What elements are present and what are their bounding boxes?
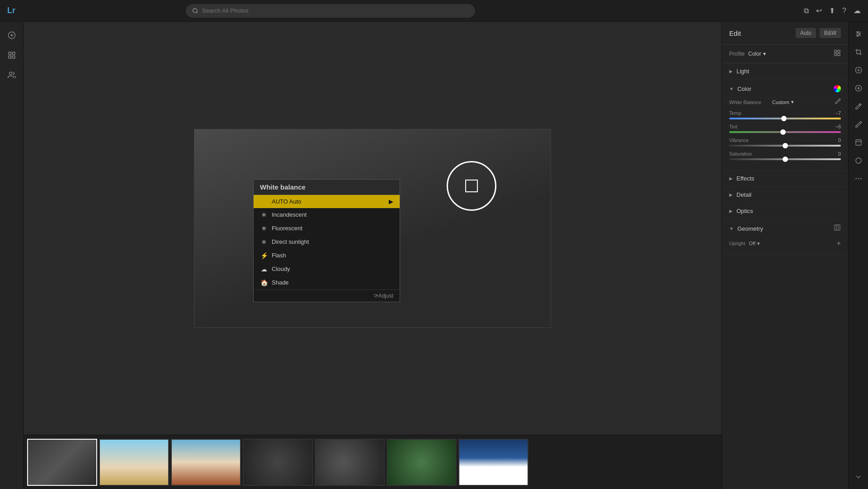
filter-icon[interactable]: ⧉ xyxy=(804,7,809,15)
main-photo: White balance AUTO Auto ▶ ✳ Incandescent… xyxy=(194,129,551,328)
tint-value: −6 xyxy=(835,124,841,129)
brush-tool-icon[interactable] xyxy=(852,100,865,113)
svg-point-0 xyxy=(193,8,197,12)
svg-point-22 xyxy=(857,35,858,37)
light-chevron-icon: ▶ xyxy=(729,69,733,74)
saturation-slider-handle[interactable] xyxy=(783,157,788,162)
thumb-image-2 xyxy=(100,440,168,485)
detail-section-header[interactable]: ▶ Detail xyxy=(722,187,848,203)
auto-button[interactable]: Auto xyxy=(796,28,816,38)
edit-title: Edit xyxy=(729,29,741,37)
svg-rect-6 xyxy=(12,52,14,54)
adjust-tool-icon[interactable] xyxy=(852,27,865,41)
tint-slider-track[interactable] xyxy=(729,131,841,133)
white-balance-row: White Balance Custom ▾ xyxy=(729,98,841,106)
wb-adjust[interactable]: ⟳Adjust xyxy=(254,290,400,302)
heal-tool-icon[interactable] xyxy=(852,63,865,77)
vibrance-value: 0 xyxy=(838,138,841,143)
add-button[interactable] xyxy=(4,27,20,43)
bottom-icon[interactable] xyxy=(852,470,865,484)
wb-item-auto[interactable]: AUTO Auto ▶ xyxy=(254,195,400,208)
filmstrip-thumb-5[interactable] xyxy=(315,439,385,486)
wb-item-fluorescent[interactable]: ✳ Fluorescent xyxy=(254,222,400,235)
effects-section-header[interactable]: ▶ Effects xyxy=(722,171,848,187)
temp-slider-track[interactable] xyxy=(729,118,841,119)
svg-point-9 xyxy=(9,72,12,75)
saturation-label-row: Saturation 0 xyxy=(729,151,841,157)
saturation-slider-track[interactable] xyxy=(729,158,841,160)
profile-grid-icon[interactable] xyxy=(834,49,841,58)
wb-auto-arrow: ▶ xyxy=(389,198,393,205)
search-input[interactable] xyxy=(202,7,469,14)
light-section-header[interactable]: ▶ Light xyxy=(722,63,848,80)
search-bar[interactable] xyxy=(186,4,475,18)
optics-section-header[interactable]: ▶ Optics xyxy=(722,203,848,219)
optics-section-title: Optics xyxy=(736,208,753,214)
wb-item-shade[interactable]: 🏠 Shade xyxy=(254,276,400,290)
temp-label: Temp xyxy=(729,110,741,116)
geometry-section-header[interactable]: ▼ Geometry xyxy=(729,224,841,233)
help-icon[interactable]: ? xyxy=(842,7,846,15)
right-tools xyxy=(848,22,868,489)
svg-rect-5 xyxy=(9,52,11,54)
profile-label: Profile xyxy=(729,51,745,57)
color-section-header[interactable]: ▼ Color xyxy=(722,80,848,98)
filmstrip-thumb-7[interactable] xyxy=(458,439,528,486)
photo-area: White balance AUTO Auto ▶ ✳ Incandescent… xyxy=(24,22,722,435)
panel-icon[interactable] xyxy=(852,136,865,149)
crop-tool-icon[interactable] xyxy=(852,45,865,59)
filmstrip-thumb-3[interactable] xyxy=(171,439,241,486)
upright-row: Upright Off ▾ + xyxy=(729,237,841,250)
wb-item-incandescent[interactable]: ✳ Incandescent xyxy=(254,208,400,222)
upright-dropdown[interactable]: Off ▾ xyxy=(749,241,760,247)
wb-item-cloudy[interactable]: ☁ Cloudy xyxy=(254,262,400,276)
thumb-image-3 xyxy=(172,440,240,485)
saturation-slider-row: Saturation 0 xyxy=(729,151,841,160)
edit-header: Edit Auto B&W xyxy=(722,22,848,45)
undo-icon[interactable]: ↩ xyxy=(816,6,822,15)
detail-chevron-icon: ▶ xyxy=(729,192,733,197)
circle-tool-icon[interactable] xyxy=(852,154,865,167)
filmstrip-thumb-4[interactable] xyxy=(243,439,313,486)
people-icon[interactable] xyxy=(4,67,20,83)
wb-title: White balance xyxy=(254,180,400,195)
svg-point-21 xyxy=(859,33,860,35)
wb-flash-label: Flash xyxy=(272,252,286,259)
library-icon[interactable] xyxy=(4,47,20,63)
upright-label: Upright xyxy=(729,241,745,246)
bw-button[interactable]: B&W xyxy=(820,28,841,38)
eyedropper-tool-icon[interactable] xyxy=(852,118,865,131)
white-balance-dropdown[interactable]: Custom ▾ xyxy=(772,99,794,105)
filmstrip-thumb-1[interactable] xyxy=(27,439,97,486)
filmstrip-thumb-6[interactable] xyxy=(387,439,457,486)
mask-tool-icon[interactable] xyxy=(852,81,865,95)
more-options-icon[interactable] xyxy=(852,172,865,185)
wb-flash-icon: ⚡ xyxy=(260,252,268,259)
tint-slider-row: Tint −6 xyxy=(729,124,841,133)
svg-rect-13 xyxy=(838,53,840,56)
filmstrip-thumb-2[interactable] xyxy=(99,439,169,486)
profile-dropdown[interactable]: Color ▾ xyxy=(748,51,766,57)
vibrance-slider-handle[interactable] xyxy=(783,143,788,148)
right-panel: Edit Auto B&W Profile Color ▾ ▶ Light xyxy=(722,22,848,489)
vibrance-slider-track[interactable] xyxy=(729,145,841,147)
wb-item-flash[interactable]: ⚡ Flash xyxy=(254,249,400,262)
wb-sunlight-label: Direct sunlight xyxy=(272,238,309,245)
upright-chevron-icon: ▾ xyxy=(757,241,760,247)
svg-point-30 xyxy=(858,178,859,180)
left-sidebar xyxy=(0,22,24,489)
tint-slider-handle[interactable] xyxy=(780,129,786,135)
geometry-icon xyxy=(834,224,841,233)
eyedropper-button[interactable] xyxy=(835,98,841,106)
cloud-icon[interactable]: ☁ xyxy=(854,6,861,15)
color-section-content: White Balance Custom ▾ Temp xyxy=(722,98,848,171)
photo-image: White balance AUTO Auto ▶ ✳ Incandescent… xyxy=(194,129,551,328)
wb-auto-label: AUTO Auto xyxy=(272,198,302,205)
upright-plus-button[interactable]: + xyxy=(837,239,841,247)
wb-item-direct-sunlight[interactable]: ✳ Direct sunlight xyxy=(254,235,400,249)
share-icon[interactable]: ⬆ xyxy=(829,6,835,15)
wb-cloudy-icon: ☁ xyxy=(260,266,268,273)
search-icon xyxy=(192,8,198,14)
temp-slider-handle[interactable] xyxy=(781,116,787,121)
center-content: White balance AUTO Auto ▶ ✳ Incandescent… xyxy=(24,22,722,489)
